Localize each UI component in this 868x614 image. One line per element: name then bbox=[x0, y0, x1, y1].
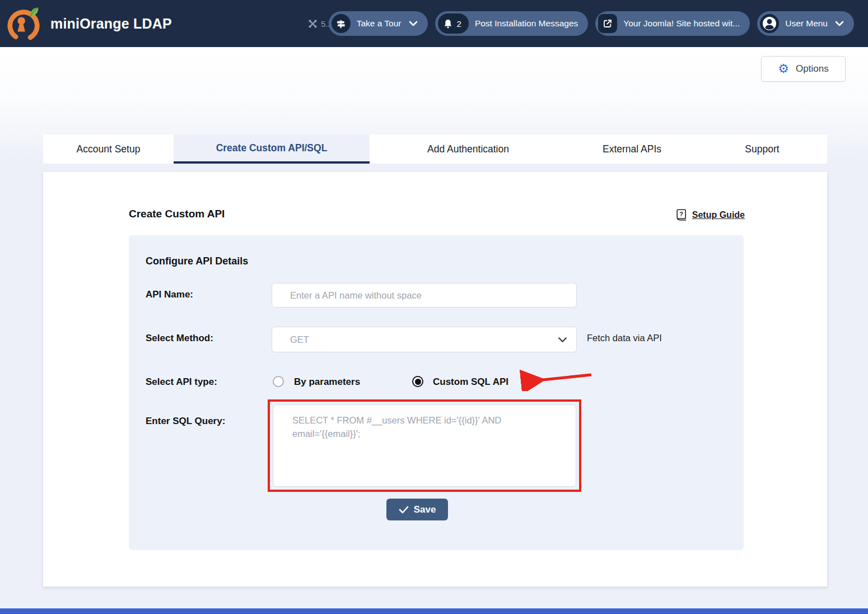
gear-icon: ⚙ bbox=[778, 63, 789, 75]
tab-account-setup[interactable]: Account Setup bbox=[43, 134, 174, 164]
post-installation-messages-button[interactable]: 2 Post Installation Messages bbox=[435, 11, 589, 36]
check-icon bbox=[399, 506, 409, 514]
take-a-tour-button[interactable]: Take a Tour bbox=[329, 11, 428, 36]
miniorange-logo bbox=[7, 4, 41, 43]
external-link-icon bbox=[598, 14, 617, 33]
post-installation-label: Post Installation Messages bbox=[475, 18, 578, 29]
svg-text:?: ? bbox=[679, 211, 683, 217]
enter-sql-query-label: Enter SQL Query: bbox=[146, 416, 225, 427]
tab-add-authentication[interactable]: Add Authentication bbox=[370, 134, 567, 164]
content-card: Create Custom API ? Setup Guide Configur… bbox=[43, 172, 827, 587]
api-name-input[interactable] bbox=[272, 283, 577, 308]
footer-accent-bar bbox=[0, 608, 868, 614]
header-actions: Take a Tour 2 Post Installation Messages bbox=[329, 0, 854, 47]
joomla-site-label: Your Joomla! Site hosted wit... bbox=[623, 18, 740, 29]
annotation-arrow-icon bbox=[515, 370, 595, 391]
sql-query-textarea[interactable] bbox=[273, 404, 576, 487]
configure-api-panel: Configure API Details API Name: Select M… bbox=[129, 235, 744, 550]
tour-label: Take a Tour bbox=[357, 18, 402, 29]
select-api-type-label: Select API type: bbox=[146, 376, 217, 388]
by-parameters-label: By parameters bbox=[294, 376, 360, 388]
user-menu-label: User Menu bbox=[785, 18, 828, 29]
chevron-down-icon bbox=[409, 21, 418, 26]
tab-support[interactable]: Support bbox=[697, 134, 827, 164]
chevron-down-icon bbox=[835, 21, 844, 26]
method-select[interactable]: GET bbox=[272, 327, 577, 352]
method-selected-value: GET bbox=[290, 334, 558, 345]
page-body: ⚙ Options Account Setup Create Custom AP… bbox=[0, 47, 868, 614]
setup-guide-link[interactable]: ? Setup Guide bbox=[676, 209, 745, 221]
tab-external-apis[interactable]: External APIs bbox=[567, 134, 697, 164]
app-header: miniOrange LDAP 5.2.6 Take a Tour bbox=[0, 0, 868, 47]
chevron-down-icon bbox=[558, 337, 567, 343]
method-hint-text: Fetch data via API bbox=[587, 333, 662, 343]
annotation-highlight-box bbox=[268, 399, 581, 492]
tab-bar: Account Setup Create Custom API/SQL Add … bbox=[43, 134, 827, 164]
save-button[interactable]: Save bbox=[386, 499, 448, 520]
tour-signpost-icon bbox=[332, 14, 351, 33]
joomla-site-button[interactable]: Your Joomla! Site hosted wit... bbox=[595, 11, 750, 36]
custom-sql-api-label: Custom SQL API bbox=[433, 376, 508, 388]
save-label: Save bbox=[414, 504, 436, 515]
select-method-label: Select Method: bbox=[146, 333, 213, 344]
notification-badge: 2 bbox=[438, 13, 469, 34]
radio-by-parameters[interactable] bbox=[273, 376, 284, 387]
user-icon bbox=[760, 14, 779, 33]
api-name-label: API Name: bbox=[146, 289, 193, 300]
app-title: miniOrange LDAP bbox=[50, 16, 172, 32]
notification-count: 2 bbox=[457, 19, 461, 29]
bell-icon bbox=[443, 18, 453, 29]
radio-custom-sql-api[interactable] bbox=[412, 376, 423, 387]
panel-title: Configure API Details bbox=[146, 255, 248, 267]
tab-create-custom-api-sql[interactable]: Create Custom API/SQL bbox=[174, 134, 370, 164]
user-menu-button[interactable]: User Menu bbox=[757, 11, 854, 36]
setup-guide-label: Setup Guide bbox=[692, 210, 745, 220]
page-title: Create Custom API bbox=[129, 208, 225, 220]
options-button[interactable]: ⚙ Options bbox=[761, 56, 846, 82]
setup-guide-icon: ? bbox=[676, 209, 687, 221]
options-label: Options bbox=[796, 63, 829, 75]
joomla-version-icon bbox=[308, 19, 318, 29]
